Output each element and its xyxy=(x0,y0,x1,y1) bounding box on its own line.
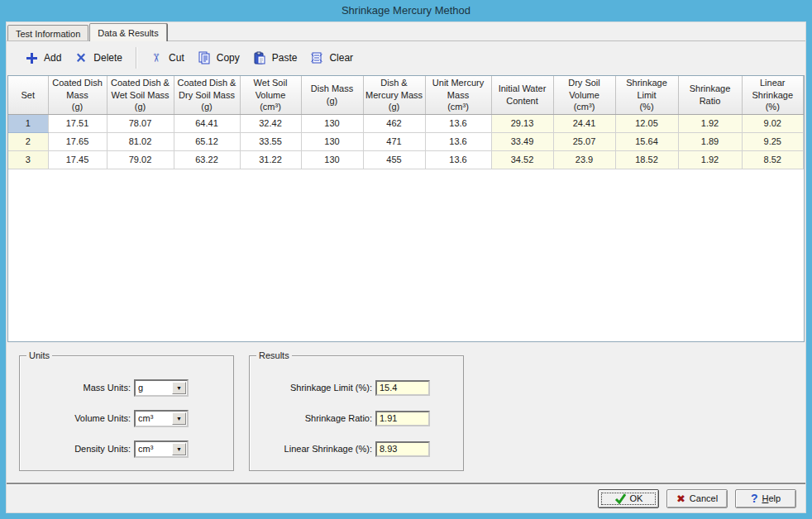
cell-set[interactable]: 3 xyxy=(8,150,48,169)
clear-button[interactable]: Clear xyxy=(303,48,360,68)
col-header-initial-water-content[interactable]: Initial Water Content xyxy=(491,76,553,114)
volume-units-dropdown[interactable]: cm³ ▼ xyxy=(134,410,189,427)
density-units-label: Density Units: xyxy=(20,444,134,454)
linear-shrinkage-label: Linear Shrinkage (%): xyxy=(250,444,375,454)
delete-button[interactable]: Delete xyxy=(68,48,129,68)
cell[interactable]: 63.22 xyxy=(174,150,240,169)
cell-computed: 1.92 xyxy=(678,150,742,169)
x-mark-icon: ✖ xyxy=(676,493,685,504)
units-groupbox: Units Mass Units: g ▼ Volume Units: cm³ … xyxy=(19,355,234,471)
chevron-down-icon[interactable]: ▼ xyxy=(172,382,186,394)
help-label: Help xyxy=(762,493,781,503)
cell-computed: 9.02 xyxy=(742,114,804,132)
tab-data-results[interactable]: Data & Results xyxy=(89,23,166,41)
mass-units-value: g xyxy=(136,383,172,393)
tab-label: Data & Results xyxy=(98,28,158,38)
data-grid-panel: Set Coated Dish Mass (g) Coated Dish & W… xyxy=(7,75,805,342)
cell-computed: 1.89 xyxy=(678,132,742,150)
col-header-set[interactable]: Set xyxy=(8,76,48,114)
col-header-shrinkage-ratio[interactable]: Shrinkage Ratio xyxy=(678,76,742,114)
cell[interactable]: 78.07 xyxy=(107,114,174,132)
cell[interactable]: 13.6 xyxy=(425,114,491,132)
col-header-wet-soil-volume[interactable]: Wet Soil Volume (cm³) xyxy=(240,76,301,114)
cell[interactable]: 65.12 xyxy=(174,132,240,150)
shrinkage-ratio-field[interactable]: 1.91 xyxy=(375,411,430,426)
cell[interactable]: 33.55 xyxy=(240,132,301,150)
cell[interactable]: 130 xyxy=(301,132,363,150)
cell[interactable]: 79.02 xyxy=(107,150,174,169)
mass-units-label: Mass Units: xyxy=(20,383,134,393)
results-groupbox: Results Shrinkage Limit (%): 15.4 Shrink… xyxy=(249,355,464,471)
cell[interactable]: 13.6 xyxy=(425,132,491,150)
button-strip: OK ✖ Cancel ? Help xyxy=(7,484,805,512)
mass-units-dropdown[interactable]: g ▼ xyxy=(134,379,189,397)
cell[interactable]: 13.6 xyxy=(425,150,491,169)
col-header-coated-dish-wet-soil-mass[interactable]: Coated Dish & Wet Soil Mass (g) xyxy=(107,76,174,114)
clear-label: Clear xyxy=(329,52,353,64)
paste-button[interactable]: Paste xyxy=(246,48,304,68)
cell-computed: 33.49 xyxy=(491,132,553,150)
col-header-shrinkage-limit[interactable]: Shrinkage Limit (%) xyxy=(615,76,678,114)
add-button[interactable]: Add xyxy=(18,48,68,68)
chevron-down-icon[interactable]: ▼ xyxy=(172,412,186,425)
cell-computed: 9.25 xyxy=(742,132,804,150)
clipboard-icon xyxy=(253,51,266,64)
shrinkage-limit-label: Shrinkage Limit (%): xyxy=(250,383,375,393)
toolbar-separator xyxy=(136,47,136,69)
linear-shrinkage-field[interactable]: 8.93 xyxy=(375,441,430,457)
col-header-coated-dish-dry-soil-mass[interactable]: Coated Dish & Dry Soil Mass (g) xyxy=(174,76,240,114)
cell[interactable]: 17.45 xyxy=(48,150,107,169)
col-header-unit-mercury-mass[interactable]: Unit Mercury Mass (cm³) xyxy=(425,76,491,114)
col-header-dish-mass[interactable]: Dish Mass (g) xyxy=(301,76,363,114)
cell[interactable]: 17.51 xyxy=(48,114,107,132)
help-button[interactable]: ? Help xyxy=(735,489,796,508)
copy-button[interactable]: Copy xyxy=(191,48,246,68)
cell[interactable]: 455 xyxy=(363,150,425,169)
mass-units-row: Mass Units: g ▼ xyxy=(20,379,233,397)
cut-button[interactable]: ✂ Cut xyxy=(143,48,191,68)
grid-header-row: Set Coated Dish Mass (g) Coated Dish & W… xyxy=(8,76,804,114)
cell[interactable]: 81.02 xyxy=(107,132,174,150)
add-label: Add xyxy=(44,52,61,64)
cell[interactable]: 130 xyxy=(301,150,363,169)
cell[interactable]: 130 xyxy=(301,114,363,132)
cell-computed: 18.52 xyxy=(615,150,678,169)
tab-label: Test Information xyxy=(16,29,80,39)
check-icon xyxy=(614,493,626,504)
cell[interactable]: 32.42 xyxy=(240,114,301,132)
cell[interactable]: 17.65 xyxy=(48,132,107,150)
cell-computed: 25.07 xyxy=(553,132,615,150)
units-legend: Units xyxy=(26,350,52,360)
copy-pages-icon xyxy=(198,51,211,64)
shrinkage-limit-row: Shrinkage Limit (%): 15.4 xyxy=(250,379,463,397)
volume-units-label: Volume Units: xyxy=(20,413,134,423)
cell[interactable]: 462 xyxy=(363,114,425,132)
cell[interactable]: 64.41 xyxy=(174,114,240,132)
density-units-dropdown[interactable]: cm³ ▼ xyxy=(134,440,189,458)
cell-computed: 24.41 xyxy=(553,114,615,132)
col-header-coated-dish-mass[interactable]: Coated Dish Mass (g) xyxy=(48,76,107,114)
cell-computed: 23.9 xyxy=(553,150,615,169)
dialog-client-area: Test Information Data & Results Add Dele… xyxy=(6,21,806,513)
volume-units-value: cm³ xyxy=(136,413,172,423)
data-grid: Set Coated Dish Mass (g) Coated Dish & W… xyxy=(8,76,804,169)
cell[interactable]: 471 xyxy=(363,132,425,150)
col-header-linear-shrinkage[interactable]: Linear Shrinkage (%) xyxy=(742,76,804,114)
shrinkage-limit-field[interactable]: 15.4 xyxy=(375,380,430,396)
table-row: 3 17.45 79.02 63.22 31.22 130 455 13.6 3… xyxy=(8,150,804,169)
chevron-down-icon[interactable]: ▼ xyxy=(172,443,186,455)
ok-label: OK xyxy=(630,493,643,503)
ok-button[interactable]: OK xyxy=(598,489,659,508)
cell-set[interactable]: 2 xyxy=(8,132,48,150)
scissors-icon: ✂ xyxy=(150,51,163,64)
col-header-dish-mercury-mass[interactable]: Dish & Mercury Mass (g) xyxy=(363,76,425,114)
tab-strip: Test Information Data & Results xyxy=(7,23,805,41)
col-header-dry-soil-volume[interactable]: Dry Soil Volume (cm³) xyxy=(553,76,615,114)
density-units-row: Density Units: cm³ ▼ xyxy=(20,440,233,458)
cell-set[interactable]: 1 xyxy=(8,114,48,132)
tab-test-information[interactable]: Test Information xyxy=(7,25,88,41)
cell-computed: 15.64 xyxy=(615,132,678,150)
title-bar[interactable]: Shrinkage Mercury Method xyxy=(0,0,812,21)
cancel-button[interactable]: ✖ Cancel xyxy=(666,489,728,508)
cell[interactable]: 31.22 xyxy=(240,150,301,169)
